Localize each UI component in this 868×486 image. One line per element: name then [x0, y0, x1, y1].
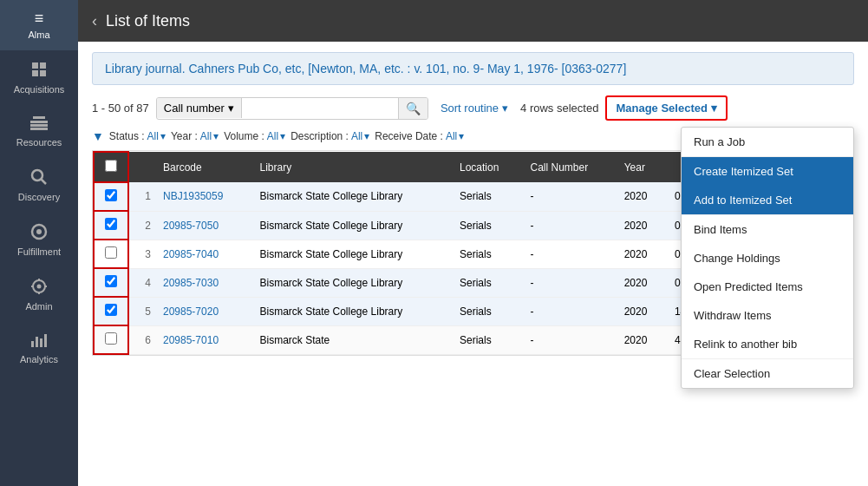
filter-year-dropdown[interactable]: All ▾ — [200, 130, 219, 142]
sidebar-item-alma[interactable]: ≡ Alma — [0, 0, 78, 50]
row-checkbox[interactable] — [105, 246, 117, 259]
menu-item-bind-items[interactable]: Bind Items — [682, 215, 853, 244]
row-year: 2020 — [616, 182, 666, 211]
barcode-link[interactable]: 20985-7030 — [163, 277, 219, 289]
row-barcode[interactable]: 20985-7050 — [154, 211, 251, 240]
row-year: 2020 — [616, 325, 666, 354]
rows-selected-label: 4 rows selected — [520, 102, 598, 115]
search-type-dropdown[interactable]: Call number ▾ — [157, 98, 242, 118]
row-checkbox-cell[interactable] — [94, 297, 128, 325]
row-call-number: - — [522, 240, 616, 268]
row-checkbox-cell[interactable] — [94, 240, 128, 268]
menu-item-withdraw-items[interactable]: Withdraw Items — [682, 301, 853, 330]
manage-selected-button[interactable]: Manage Selected ▾ — [605, 95, 728, 121]
main-panel: ‹ List of Items Library journal. Cahners… — [78, 0, 868, 486]
menu-item-open-predicted-items[interactable]: Open Predicted Items — [682, 273, 853, 301]
sidebar-item-discovery[interactable]: Discovery — [0, 158, 78, 213]
row-barcode[interactable]: 20985-7010 — [154, 325, 251, 354]
sidebar-item-analytics[interactable]: Analytics — [0, 322, 78, 375]
barcode-link[interactable]: 20985-7020 — [163, 305, 219, 318]
menu-item-run-job[interactable]: Run a Job — [682, 128, 853, 156]
filter-description-value: All — [351, 130, 362, 142]
select-all-checkbox[interactable] — [105, 160, 117, 172]
row-barcode[interactable]: 20985-7040 — [154, 240, 251, 268]
row-call-number: - — [522, 325, 616, 354]
row-library: Bismarck State College Library — [251, 240, 451, 268]
row-checkbox-cell[interactable] — [94, 268, 128, 297]
search-type-chevron: ▾ — [228, 102, 234, 115]
row-barcode[interactable]: 20985-7020 — [154, 297, 251, 325]
row-checkbox-cell[interactable] — [94, 325, 128, 354]
filter-description-dropdown[interactable]: All ▾ — [351, 130, 369, 142]
col-num — [128, 152, 154, 182]
svg-rect-5 — [30, 128, 48, 130]
barcode-link[interactable]: 20985-7040 — [163, 248, 219, 260]
row-checkbox[interactable] — [105, 189, 117, 201]
row-call-number: - — [522, 268, 616, 297]
row-checkbox[interactable] — [105, 218, 117, 230]
svg-rect-6 — [30, 121, 48, 123]
back-button[interactable]: ‹ — [92, 12, 97, 30]
row-call-number: - — [522, 182, 616, 211]
filter-status: Status : All ▾ — [109, 130, 166, 142]
library-title-bar: Library journal. Cahners Pub Co, etc, [N… — [92, 52, 854, 85]
row-location: Serials — [451, 297, 522, 325]
row-barcode[interactable]: 20985-7030 — [154, 268, 251, 297]
select-all-header[interactable] — [94, 152, 128, 182]
row-checkbox-cell[interactable] — [94, 211, 128, 240]
filter-status-dropdown[interactable]: All ▾ — [147, 130, 166, 142]
sidebar-label-alma: Alma — [28, 30, 49, 40]
row-library: Bismarck State College Library — [251, 182, 451, 211]
menu-item-relink[interactable]: Relink to another bib — [682, 330, 853, 358]
menu-item-add-to-itemized-set[interactable]: Add to Itemized Set — [682, 186, 853, 214]
menu-item-change-holdings[interactable]: Change Holdings — [682, 244, 853, 273]
row-checkbox[interactable] — [105, 332, 117, 345]
filter-volume-dropdown[interactable]: All ▾ — [267, 130, 285, 142]
sidebar-label-acquisitions: Acquisitions — [14, 84, 65, 95]
barcode-link[interactable]: 20985-7010 — [163, 334, 219, 346]
sidebar-label-fulfillment: Fulfillment — [17, 246, 61, 257]
manage-selected-label: Manage Selected — [616, 102, 708, 115]
menu-item-create-itemized-set[interactable]: Create Itemized Set — [682, 157, 853, 186]
row-checkbox-cell[interactable] — [94, 182, 128, 211]
top-header: ‹ List of Items — [78, 0, 868, 42]
sort-routine-button[interactable]: Sort routine ▾ — [435, 98, 513, 118]
menu-item-clear-selection[interactable]: Clear Selection — [682, 359, 853, 388]
row-number: 3 — [128, 240, 154, 268]
item-count: 1 - 50 of 87 — [92, 102, 149, 115]
svg-rect-0 — [32, 62, 38, 69]
barcode-link[interactable]: 20985-7050 — [163, 220, 219, 232]
svg-rect-4 — [30, 124, 48, 127]
barcode-link[interactable]: NBJ1935059 — [163, 190, 223, 202]
row-library: Bismarck State College Library — [251, 211, 451, 240]
col-year: Year — [616, 152, 666, 182]
search-group: Call number ▾ 🔍 — [156, 97, 428, 120]
search-input[interactable] — [242, 98, 398, 118]
filter-receive-date-dropdown[interactable]: All ▾ — [446, 130, 464, 142]
discovery-icon — [30, 168, 48, 188]
row-barcode[interactable]: NBJ1935059 — [154, 182, 251, 211]
sidebar-label-analytics: Analytics — [20, 354, 58, 364]
sidebar-item-resources[interactable]: Resources — [0, 105, 78, 158]
row-checkbox[interactable] — [105, 275, 117, 287]
row-year: 2020 — [616, 240, 666, 268]
col-call-number: Call Number — [522, 152, 616, 182]
sidebar-item-acquisitions[interactable]: Acquisitions — [0, 50, 78, 105]
row-location: Serials — [451, 182, 522, 211]
svg-line-9 — [42, 180, 47, 185]
search-button[interactable]: 🔍 — [398, 98, 427, 119]
row-call-number: - — [522, 211, 616, 240]
svg-rect-21 — [44, 334, 47, 347]
sidebar-item-fulfillment[interactable]: Fulfillment — [0, 213, 78, 267]
filter-receive-date: Receive Date : All ▾ — [375, 130, 464, 142]
row-number: 2 — [128, 211, 154, 240]
alma-icon: ≡ — [35, 10, 44, 26]
sidebar-item-admin[interactable]: Admin — [0, 267, 78, 322]
row-location: Serials — [451, 211, 522, 240]
filter-year: Year : All ▾ — [171, 130, 219, 142]
svg-rect-19 — [36, 337, 38, 347]
row-checkbox[interactable] — [105, 304, 117, 316]
svg-point-13 — [37, 285, 42, 289]
row-library: Bismarck State College Library — [251, 297, 451, 325]
resources-icon — [30, 115, 48, 134]
